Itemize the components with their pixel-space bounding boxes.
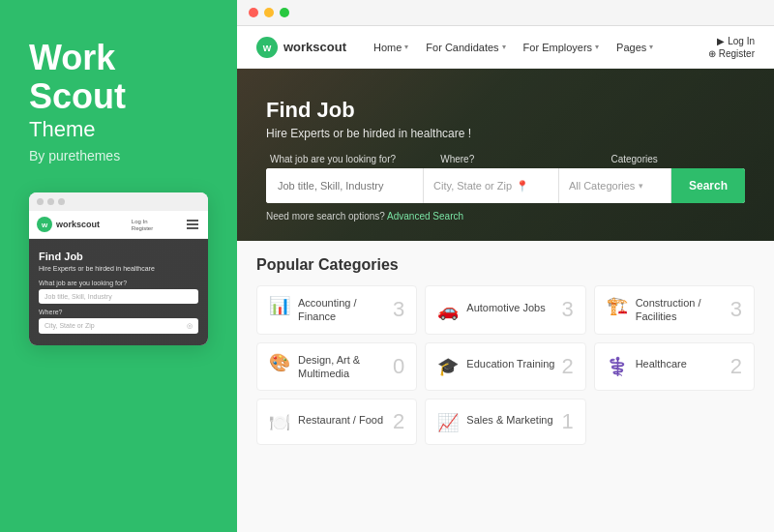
category-count: 2	[393, 409, 404, 434]
nav-home[interactable]: Home ▾	[366, 26, 416, 69]
category-name: Automotive Jobs	[466, 301, 545, 314]
site-logo: w workscout	[256, 37, 346, 58]
nav-candidates[interactable]: For Candidates ▾	[418, 26, 513, 69]
nav-candidates-chevron: ▾	[502, 43, 506, 51]
categories-title: Popular Categories	[256, 256, 755, 274]
site-logo-icon: w	[256, 37, 278, 58]
mockup-register: Register	[132, 225, 153, 231]
mockup-job-input[interactable]: Job title, Skill, Industry	[39, 289, 198, 304]
brand-block: Work Scout Theme By purethemes	[29, 39, 208, 163]
search-bar: City, State or Zip 📍 All Categories ▾ Se…	[266, 168, 745, 203]
category-chevron-icon: ▾	[639, 181, 643, 191]
category-count: 3	[730, 297, 742, 322]
advanced-link[interactable]: Advanced Search	[387, 211, 463, 222]
nav-employers-label: For Employers	[523, 42, 593, 53]
search-label-job: What job are you looking for?	[266, 154, 436, 164]
category-count: 0	[393, 354, 404, 379]
brand-by: By purethemes	[29, 148, 208, 163]
search-button[interactable]: Search	[671, 168, 745, 203]
mockup-dot-3	[58, 198, 65, 205]
category-icon: 🍽️	[269, 414, 290, 431]
mockup-header: w workscout Log In Register	[29, 211, 208, 239]
brand-title-line1: Work	[29, 39, 208, 77]
nav-auth: ▶ Log In ⊕ Register	[708, 36, 755, 59]
search-label-categories: Categories	[607, 154, 745, 164]
category-icon: 🚗	[437, 302, 459, 319]
category-card[interactable]: 🎨 Design, Art &Multimedia 0	[256, 342, 417, 392]
category-left: 🎓 Education Training	[437, 357, 554, 375]
site-hero: Find Job Hire Experts or be hirded in he…	[237, 69, 774, 241]
right-panel: w workscout Home ▾ For Candidates ▾ For …	[237, 0, 774, 532]
category-card[interactable]: 🎓 Education Training 2	[425, 342, 585, 392]
browser-dot-close[interactable]	[249, 8, 258, 17]
category-name: Healthcare	[636, 357, 687, 370]
category-name: Education Training	[466, 357, 554, 370]
nav-employers[interactable]: For Employers ▾	[516, 26, 608, 69]
location-placeholder: City, State or Zip	[433, 180, 512, 192]
nav-candidates-label: For Candidates	[426, 42, 498, 53]
browser-chrome	[237, 0, 774, 26]
category-name: Accounting /Finance	[298, 296, 357, 324]
category-name: Sales & Marketing	[466, 413, 552, 427]
category-left: 🏗️ Construction /Facilities	[607, 296, 701, 324]
category-card[interactable]: ⚕️ Healthcare 2	[594, 342, 755, 392]
category-card[interactable]: 📊 Accounting /Finance 3	[256, 285, 417, 335]
nav-pages[interactable]: Pages ▾	[609, 26, 661, 69]
mockup-hero-sub: Hire Experts or be hirded in healthcare	[39, 265, 198, 272]
category-count: 2	[561, 354, 573, 379]
category-card[interactable]: 🚗 Automotive Jobs 3	[425, 285, 585, 335]
location-icon: ◎	[187, 322, 193, 330]
category-count: 3	[393, 297, 404, 322]
mockup-hamburger[interactable]	[185, 218, 200, 231]
website: w workscout Home ▾ For Candidates ▾ For …	[237, 26, 774, 532]
category-icon: 🎓	[437, 358, 459, 375]
category-card[interactable]: 🍽️ Restaurant / Food 2	[256, 399, 417, 445]
site-logo-text: workscout	[283, 40, 346, 54]
category-left: ⚕️ Healthcare	[607, 357, 687, 375]
categories-grid: 📊 Accounting /Finance 3 🚗 Automotive Job…	[256, 285, 755, 445]
mockup-login: Log In	[132, 219, 153, 224]
advanced-prefix: Need more search options?	[266, 211, 387, 222]
category-icon: 📈	[437, 414, 459, 431]
search-job-input[interactable]	[266, 168, 424, 203]
hero-subtitle: Hire Experts or be hirded in healthcare …	[266, 127, 745, 140]
nav-register-link[interactable]: ⊕ Register	[708, 48, 755, 59]
nav-items: Home ▾ For Candidates ▾ For Employers ▾ …	[366, 26, 708, 69]
category-left: 📈 Sales & Marketing	[437, 413, 552, 431]
mockup-logo: w workscout	[37, 217, 100, 232]
search-location-input[interactable]: City, State or Zip 📍	[424, 168, 559, 203]
mockup-dot-2	[47, 198, 54, 205]
category-icon: 📊	[269, 297, 290, 314]
mockup-where-input[interactable]: City, State or Zip ◎	[39, 318, 198, 334]
category-name: Restaurant / Food	[298, 413, 383, 427]
mockup-hero-title: Find Job	[39, 251, 198, 262]
nav-login-link[interactable]: ▶ Log In	[717, 36, 755, 46]
brand-subtitle: Theme	[29, 117, 208, 142]
category-left: 🍽️ Restaurant / Food	[269, 413, 383, 431]
advanced-search: Need more search options? Advanced Searc…	[266, 211, 745, 222]
category-count: 1	[561, 409, 573, 434]
mobile-mockup: w workscout Log In Register Find Job Hir…	[29, 192, 208, 345]
nav-pages-label: Pages	[616, 42, 646, 53]
search-category-select[interactable]: All Categories ▾	[559, 168, 671, 203]
category-card[interactable]: 📈 Sales & Marketing 1	[425, 399, 585, 445]
browser-dot-minimize[interactable]	[264, 8, 274, 17]
mockup-nav-right: Log In Register	[132, 219, 153, 231]
category-icon: ⚕️	[607, 358, 628, 375]
browser-dot-maximize[interactable]	[280, 8, 289, 17]
category-icon: 🎨	[269, 354, 290, 371]
mockup-logo-icon: w	[37, 217, 52, 232]
mockup-logo-text: workscout	[56, 220, 100, 229]
nav-employers-chevron: ▾	[595, 43, 599, 51]
category-name: Design, Art &Multimedia	[298, 353, 360, 381]
site-nav: w workscout Home ▾ For Candidates ▾ For …	[237, 26, 774, 69]
location-pin-icon: 📍	[516, 180, 529, 192]
category-card[interactable]: 🏗️ Construction /Facilities 3	[594, 285, 755, 335]
categories-section: Popular Categories 📊 Accounting /Finance…	[237, 241, 774, 532]
category-icon: 🏗️	[607, 297, 628, 314]
category-placeholder: All Categories	[569, 180, 635, 192]
category-count: 2	[730, 354, 742, 379]
mockup-dots	[29, 192, 208, 211]
category-name: Construction /Facilities	[636, 296, 701, 324]
category-left: 🎨 Design, Art &Multimedia	[269, 353, 360, 381]
